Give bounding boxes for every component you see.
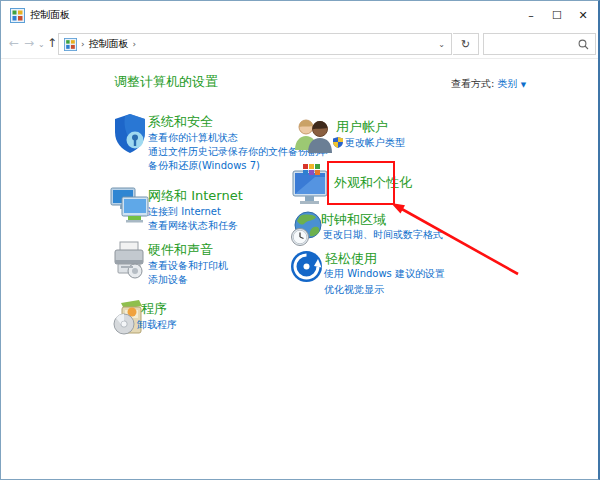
link-uninstall-program[interactable]: 卸载程序 <box>137 318 177 332</box>
search-box[interactable] <box>483 33 596 55</box>
search-icon <box>578 39 589 50</box>
appearance-monitor-palette-icon[interactable] <box>291 163 331 210</box>
link-change-account-type[interactable]: 更改帐户类型 <box>333 136 405 150</box>
breadcrumb-control-panel[interactable]: 控制面板 <box>89 37 129 51</box>
link-connect-internet[interactable]: 连接到 Internet <box>148 205 221 219</box>
category-clock-region[interactable]: 时钟和区域 <box>321 211 386 229</box>
printer-icon[interactable] <box>113 241 147 285</box>
close-button[interactable]: ✕ <box>570 1 596 29</box>
security-shield-icon[interactable] <box>113 113 147 158</box>
crumb-separator: › <box>133 39 137 49</box>
link-backup-restore-win7[interactable]: 备份和还原(Windows 7) <box>148 159 260 173</box>
title-bar: 控制面板 – ☐ ✕ <box>1 1 598 29</box>
refresh-button[interactable]: ↻ <box>453 33 479 55</box>
category-appearance-personalization[interactable]: 外观和个性化 <box>334 174 412 192</box>
view-by-label: 查看方式: <box>451 78 494 89</box>
control-panel-icon <box>10 8 25 27</box>
link-computer-status[interactable]: 查看你的计算机状态 <box>148 131 238 145</box>
address-bar[interactable]: › 控制面板 › ⌄ <box>58 33 452 55</box>
address-dropdown-icon[interactable]: ⌄ <box>438 40 445 49</box>
minimize-button[interactable]: – <box>518 1 544 29</box>
uac-shield-icon <box>333 137 343 150</box>
search-input[interactable] <box>488 35 576 53</box>
view-by-value[interactable]: 类别 <box>498 78 518 89</box>
forward-button[interactable]: → <box>24 36 34 50</box>
link-network-status-tasks[interactable]: 查看网络状态和任务 <box>148 219 238 233</box>
link-optimize-visual-display[interactable]: 优化视觉显示 <box>324 283 384 297</box>
link-devices-printers[interactable]: 查看设备和打印机 <box>148 259 228 273</box>
address-toolbar: ← → ⌄ ↑ › 控制面板 › ⌄ ↻ <box>1 29 598 59</box>
control-panel-window: 控制面板 – ☐ ✕ ← → ⌄ ↑ › 控制面板 › ⌄ <box>0 0 600 480</box>
page-title: 调整计算机的设置 <box>114 73 218 91</box>
maximize-button[interactable]: ☐ <box>544 1 570 29</box>
category-user-accounts[interactable]: 用户帐户 <box>336 118 388 136</box>
crumb-separator: › <box>81 39 85 49</box>
category-hardware-sound[interactable]: 硬件和声音 <box>148 241 213 259</box>
back-button[interactable]: ← <box>9 36 19 50</box>
view-by-caret-icon: ▼ <box>521 81 526 89</box>
globe-clock-icon[interactable] <box>290 211 324 251</box>
recent-pages-dropdown[interactable]: ⌄ <box>38 40 45 49</box>
category-network-internet[interactable]: 网络和 Internet <box>148 187 243 205</box>
up-button[interactable]: ↑ <box>47 36 57 50</box>
category-ease-of-access[interactable]: 轻松使用 <box>325 250 377 268</box>
link-add-device[interactable]: 添加设备 <box>148 273 188 287</box>
category-system-security[interactable]: 系统和安全 <box>148 113 213 131</box>
user-accounts-icon[interactable] <box>293 117 333 159</box>
address-location-icon <box>64 38 77 51</box>
window-title: 控制面板 <box>30 8 70 22</box>
network-monitors-icon[interactable] <box>110 187 150 227</box>
link-change-date-time-formats[interactable]: 更改日期、时间或数字格式 <box>323 228 443 242</box>
ease-of-access-icon[interactable] <box>290 250 323 287</box>
link-windows-suggested-settings[interactable]: 使用 Windows 建议的设置 <box>324 267 445 281</box>
red-arrow-head <box>391 203 405 214</box>
category-programs[interactable]: 程序 <box>141 300 167 318</box>
view-by-control[interactable]: 查看方式: 类别 ▼ <box>451 77 526 91</box>
